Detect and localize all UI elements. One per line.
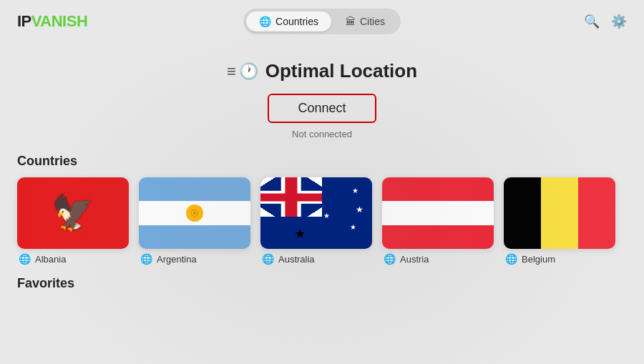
argentina-stripe-bot (139, 225, 250, 249)
countries-section-title: Countries (17, 154, 627, 169)
svg-point-10 (193, 212, 196, 215)
albania-label: Albania (35, 254, 66, 265)
countries-grid: 🦅 🌐 Albania (17, 177, 627, 265)
optimal-location-icon: ≡ 🕐 (227, 62, 258, 81)
favorites-section-title: Favorites (17, 276, 627, 291)
uj-red-vertical (285, 177, 297, 217)
svg-line-5 (189, 207, 191, 210)
settings-icon[interactable]: ⚙️ (611, 14, 627, 29)
globe-icon-belgium: 🌐 (505, 253, 517, 265)
country-card-austria[interactable]: 🌐 Austria (382, 177, 494, 265)
header-actions: 🔍 ⚙️ (584, 14, 627, 29)
nav-tabs: 🌐 Countries 🏛 Cities (243, 9, 401, 34)
country-card-argentina[interactable]: 🌐 Argentina (139, 177, 250, 265)
connection-status: Not connected (292, 129, 352, 139)
flag-austria (382, 177, 494, 249)
main-content: ≡ 🕐 Optimal Location Connect Not connect… (0, 43, 644, 154)
austria-red-top (382, 177, 494, 201)
argentina-stripe-mid (139, 201, 250, 225)
flag-australia: ★ ★ ★ ★ ★ (260, 177, 372, 249)
flag-argentina (139, 177, 250, 249)
belgium-yellow (541, 177, 578, 249)
country-card-belgium[interactable]: 🌐 Belgium (504, 177, 615, 265)
country-name-australia: 🌐 Australia (260, 253, 372, 265)
argentina-label: Argentina (157, 254, 197, 265)
star-1: ★ (352, 187, 358, 195)
flag-albania: 🦅 (17, 177, 129, 249)
country-name-albania: 🌐 Albania (17, 253, 129, 265)
tab-countries[interactable]: 🌐 Countries (246, 11, 331, 31)
clock-icon: 🕐 (239, 62, 258, 81)
lines-icon: ≡ (227, 62, 236, 81)
austria-red-bottom (382, 225, 494, 249)
logo: IPVANISH (17, 12, 87, 31)
svg-point-0 (191, 210, 197, 216)
austria-label: Austria (400, 254, 429, 265)
svg-line-7 (198, 207, 200, 210)
countries-section: Countries 🦅 🌐 Albania (0, 154, 644, 265)
belgium-red (578, 177, 615, 249)
belgium-black (504, 177, 541, 249)
country-name-austria: 🌐 Austria (382, 253, 494, 265)
belgium-label: Belgium (522, 254, 555, 265)
star-3: ★ (350, 223, 356, 231)
country-name-belgium: 🌐 Belgium (504, 253, 615, 265)
argentina-stripe-top (139, 177, 250, 201)
connect-button[interactable]: Connect (268, 94, 376, 123)
austria-white (382, 201, 494, 225)
tab-countries-label: Countries (275, 16, 318, 27)
optimal-location-header: ≡ 🕐 Optimal Location (227, 60, 417, 82)
header: IPVANISH 🌐 Countries 🏛 Cities 🔍 ⚙️ (0, 0, 644, 43)
star-4: ★ (323, 212, 330, 220)
building-tab-icon: 🏛 (346, 16, 356, 27)
logo-vanish: VANISH (31, 12, 88, 31)
logo-ip: IP (17, 12, 31, 31)
argentina-sun (186, 205, 203, 222)
tab-cities-label: Cities (360, 16, 385, 27)
star-commonwealth: ★ (294, 226, 306, 242)
svg-point-9 (192, 211, 197, 216)
flag-belgium (504, 177, 615, 249)
sun-svg (186, 200, 203, 226)
star-2: ★ (356, 205, 364, 215)
tab-cities[interactable]: 🏛 Cities (333, 11, 398, 31)
globe-icon-australia: 🌐 (262, 253, 274, 265)
svg-line-8 (189, 217, 191, 219)
globe-icon-argentina: 🌐 (140, 253, 152, 265)
australia-label: Australia (278, 254, 315, 265)
albania-eagle: 🦅 (52, 193, 94, 233)
australia-stars: ★ ★ ★ ★ (316, 181, 364, 249)
union-jack (260, 177, 322, 217)
favorites-section: Favorites (0, 265, 644, 291)
globe-icon-austria: 🌐 (384, 253, 396, 265)
search-icon[interactable]: 🔍 (584, 14, 600, 29)
country-card-albania[interactable]: 🦅 🌐 Albania (17, 177, 129, 265)
country-card-australia[interactable]: ★ ★ ★ ★ ★ 🌐 Australia (260, 177, 372, 265)
country-name-argentina: 🌐 Argentina (139, 253, 250, 265)
svg-line-6 (198, 217, 200, 219)
optimal-location-label: Optimal Location (265, 60, 417, 82)
globe-tab-icon: 🌐 (259, 16, 271, 27)
globe-icon-albania: 🌐 (19, 253, 31, 265)
